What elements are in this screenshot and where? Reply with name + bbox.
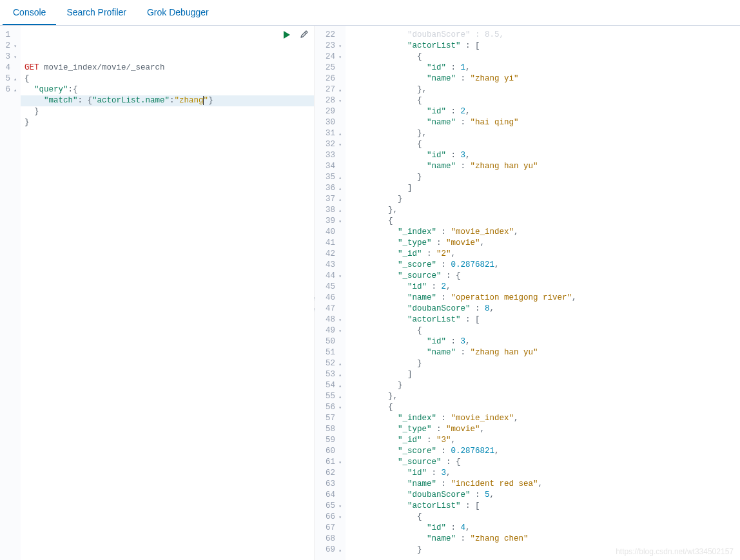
code-line[interactable]: {	[349, 95, 740, 106]
gutter-line: 2▾	[1, 41, 17, 52]
code-line[interactable]: ]	[349, 183, 740, 194]
code-line[interactable]: {	[24, 73, 314, 84]
fold-close-icon[interactable]: ▴	[12, 73, 17, 84]
code-line[interactable]: "name" : "zhang han yu"	[349, 161, 740, 172]
fold-close-icon[interactable]: ▴	[12, 84, 17, 95]
gutter-line: 41	[316, 238, 342, 249]
fold-open-icon[interactable]: ▾	[336, 139, 342, 150]
code-line[interactable]: "id" : 2,	[349, 282, 740, 293]
fold-open-icon[interactable]: ▾	[336, 216, 342, 227]
code-line[interactable]: {	[349, 216, 740, 227]
code-line[interactable]: },	[349, 128, 740, 139]
fold-close-icon[interactable]: ▴	[336, 194, 342, 205]
code-line[interactable]: "_type" : "movie",	[349, 238, 740, 249]
code-line[interactable]: }	[349, 358, 740, 369]
code-line[interactable]: ]	[349, 369, 740, 380]
gutter-line: 1	[1, 30, 17, 41]
code-line[interactable]: "id" : 4,	[349, 523, 740, 534]
fold-open-icon[interactable]: ▾	[336, 314, 342, 325]
code-line[interactable]: "doubanScore" : 5,	[349, 490, 740, 501]
fold-close-icon[interactable]: ▴	[336, 172, 342, 183]
code-line[interactable]: {	[349, 325, 740, 336]
fold-close-icon[interactable]: ▴	[336, 205, 342, 216]
tab-search-profiler[interactable]: Search Profiler	[56, 1, 137, 25]
code-line[interactable]: "name" : "zhang chen"	[349, 534, 740, 545]
fold-close-icon[interactable]: ▴	[336, 380, 342, 391]
code-line[interactable]: {	[349, 512, 740, 523]
watermark-text: https://blog.csdn.net/wt334502157	[616, 547, 734, 556]
fold-close-icon[interactable]: ▴	[336, 183, 342, 194]
gutter-line: 52▴	[316, 358, 342, 369]
code-line[interactable]: "name" : "zhang han yu"	[349, 347, 740, 358]
request-editor[interactable]: GET movie_index/movie/_search{ "query":{…	[21, 26, 314, 560]
code-line[interactable]: "name" : "hai qing"	[349, 117, 740, 128]
code-line[interactable]: {	[349, 402, 740, 413]
code-line[interactable]: "_source" : {	[349, 271, 740, 282]
pane-resize-handle[interactable]: ⋮⋮	[313, 293, 316, 309]
code-line[interactable]: "actorList" : [	[349, 41, 740, 52]
gutter-line: 24▾	[316, 52, 342, 63]
code-line[interactable]: "_score" : 0.2876821,	[349, 260, 740, 271]
code-line[interactable]: "_source" : {	[349, 457, 740, 468]
code-line[interactable]: "query":{	[24, 84, 314, 95]
gutter-line: 30	[316, 117, 342, 128]
code-line[interactable]: "id" : 2,	[349, 106, 740, 117]
code-line[interactable]: },	[349, 205, 740, 216]
code-line[interactable]: "_index" : "movie_index",	[349, 227, 740, 238]
code-line[interactable]: "id" : 1,	[349, 63, 740, 73]
code-line[interactable]: },	[349, 84, 740, 95]
code-line[interactable]: GET movie_index/movie/_search	[24, 63, 314, 73]
code-line[interactable]: "name" : "zhang yi"	[349, 73, 740, 84]
code-line[interactable]: "match": {"actorList.name":"zhang"}	[21, 95, 314, 106]
code-line[interactable]: "_index" : "movie_index",	[349, 413, 740, 424]
code-line[interactable]: "name" : "incident red sea",	[349, 479, 740, 490]
code-line[interactable]: "_id" : "2",	[349, 249, 740, 260]
code-line[interactable]: "_score" : 0.2876821,	[349, 446, 740, 457]
code-line[interactable]: }	[24, 106, 314, 117]
fold-open-icon[interactable]: ▾	[336, 271, 342, 282]
fold-close-icon[interactable]: ▴	[336, 84, 342, 95]
code-line[interactable]: "id" : 3,	[349, 468, 740, 479]
fold-close-icon[interactable]: ▴	[336, 128, 342, 139]
code-line[interactable]: }	[349, 172, 740, 183]
fold-open-icon[interactable]: ▾	[12, 52, 17, 63]
code-line[interactable]: {	[349, 139, 740, 150]
code-line[interactable]: "actorList" : [	[349, 314, 740, 325]
code-line[interactable]: "doubanScore" : 8,	[349, 304, 740, 314]
request-gutter: 12▾3▾45▴6▴	[0, 26, 21, 560]
fold-open-icon[interactable]: ▾	[336, 52, 342, 63]
code-line[interactable]: {	[349, 52, 740, 63]
fold-open-icon[interactable]: ▾	[336, 95, 342, 106]
code-line[interactable]: },	[349, 391, 740, 402]
fold-open-icon[interactable]: ▾	[336, 512, 342, 523]
fold-open-icon[interactable]: ▾	[336, 402, 342, 413]
code-line[interactable]: "actorList" : [	[349, 501, 740, 512]
code-line[interactable]: "doubanScore" : 8.5,	[349, 30, 740, 41]
code-line[interactable]: }	[349, 194, 740, 205]
gutter-line: 59	[316, 435, 342, 446]
gutter-line: 64	[316, 490, 342, 501]
fold-open-icon[interactable]: ▾	[336, 41, 342, 52]
code-line[interactable]: "_type" : "movie",	[349, 424, 740, 435]
tab-grok-debugger[interactable]: Grok Debugger	[137, 1, 219, 25]
gutter-line: 5▴	[1, 73, 17, 84]
tab-console[interactable]: Console	[3, 1, 56, 25]
code-line[interactable]: }	[24, 117, 314, 128]
code-line[interactable]: "id" : 3,	[349, 336, 740, 347]
fold-close-icon[interactable]: ▴	[336, 369, 342, 380]
fold-open-icon[interactable]: ▾	[336, 501, 342, 512]
fold-open-icon[interactable]: ▾	[336, 325, 342, 336]
code-line[interactable]: }	[349, 380, 740, 391]
code-line[interactable]: "id" : 3,	[349, 150, 740, 161]
gutter-line: 23▾	[316, 41, 342, 52]
request-options-button[interactable]	[298, 30, 309, 40]
fold-close-icon[interactable]: ▴	[336, 545, 342, 555]
code-line[interactable]: "name" : "operation meigong river",	[349, 293, 740, 304]
fold-open-icon[interactable]: ▾	[12, 41, 17, 52]
run-request-button[interactable]	[282, 30, 292, 40]
fold-open-icon[interactable]: ▾	[336, 457, 342, 468]
fold-close-icon[interactable]: ▴	[336, 391, 342, 402]
code-line[interactable]: "_id" : "3",	[349, 435, 740, 446]
response-viewer[interactable]: "doubanScore" : 8.5, "actorList" : [ { "…	[346, 26, 740, 560]
fold-close-icon[interactable]: ▴	[336, 358, 342, 369]
